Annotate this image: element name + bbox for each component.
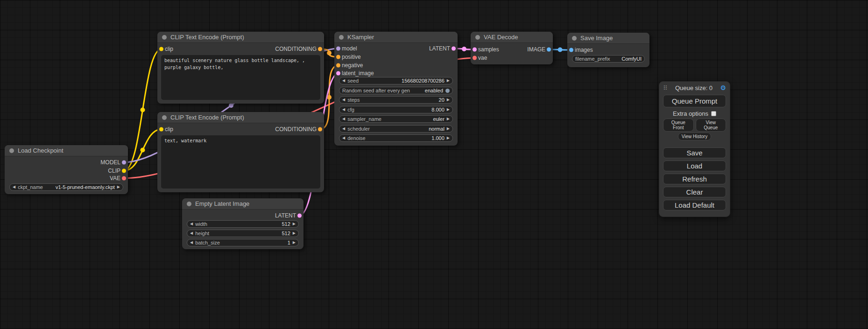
- node-clip-text-encode-negative[interactable]: CLIP Text Encode (Prompt) clip CONDITION…: [157, 112, 324, 192]
- widget-height[interactable]: ◀ height 512 ▶: [187, 230, 299, 237]
- node-load-checkpoint[interactable]: Load Checkpoint MODEL CLIP VAE ◀ ckpt_na…: [5, 145, 128, 194]
- widget-ckpt-name[interactable]: ◀ ckpt_name v1-5-pruned-emaonly.ckpt ▶: [9, 183, 123, 191]
- increment-arrow-icon[interactable]: ▶: [293, 231, 296, 235]
- input-dot-model[interactable]: [336, 47, 340, 51]
- widget-name: width: [195, 222, 207, 227]
- node-ksampler[interactable]: KSampler model LATENT positive negative …: [334, 32, 458, 146]
- input-dot-negative[interactable]: [336, 63, 340, 68]
- queue-front-button[interactable]: Queue Front: [663, 119, 694, 132]
- widget-value: ComfyUI: [621, 56, 642, 62]
- load-button[interactable]: Load: [663, 161, 726, 171]
- collapse-dot-icon[interactable]: [339, 35, 344, 40]
- increment-arrow-icon[interactable]: ▶: [117, 185, 120, 189]
- decrement-arrow-icon[interactable]: ◀: [342, 98, 345, 102]
- queue-prompt-button[interactable]: Queue Prompt: [663, 95, 726, 107]
- decrement-arrow-icon[interactable]: ◀: [190, 231, 193, 235]
- collapse-dot-icon[interactable]: [9, 148, 14, 153]
- input-label-positive: positive: [342, 54, 361, 60]
- queue-panel-header: ⠿ Queue size: 0 ⚙: [659, 82, 730, 93]
- widget-name: steps: [347, 98, 360, 103]
- output-label-vae: VAE: [110, 175, 120, 182]
- output-dot-latent[interactable]: [297, 214, 302, 218]
- output-dot-latent[interactable]: [452, 47, 456, 51]
- node-clip-text-encode-positive[interactable]: CLIP Text Encode (Prompt) clip CONDITION…: [157, 32, 324, 104]
- widget-filename-prefix[interactable]: filename_prefix ComfyUI: [572, 55, 645, 63]
- widget-cfg[interactable]: ◀ cfg 8.000 ▶: [339, 106, 453, 113]
- collapse-dot-icon[interactable]: [162, 115, 167, 120]
- output-dot-conditioning[interactable]: [318, 47, 322, 51]
- increment-arrow-icon[interactable]: ▶: [447, 117, 450, 121]
- settings-gear-icon[interactable]: ⚙: [720, 84, 726, 91]
- refresh-button[interactable]: Refresh: [663, 174, 726, 184]
- input-label-clip: clip: [165, 126, 173, 133]
- widget-denoise[interactable]: ◀ denoise 1.000 ▶: [339, 134, 453, 142]
- widget-scheduler[interactable]: ◀ scheduler normal ▶: [339, 125, 453, 133]
- input-dot-clip[interactable]: [159, 127, 163, 132]
- widget-batch-size[interactable]: ◀ batch_size 1 ▶: [187, 239, 299, 246]
- decrement-arrow-icon[interactable]: ◀: [190, 222, 193, 226]
- toggle-knob-icon[interactable]: [445, 89, 450, 93]
- input-dot-vae[interactable]: [473, 56, 477, 60]
- increment-arrow-icon[interactable]: ▶: [293, 241, 296, 245]
- collapse-dot-icon[interactable]: [475, 35, 480, 40]
- output-dot-vae[interactable]: [122, 176, 126, 181]
- output-dot-clip[interactable]: [122, 169, 126, 173]
- widget-name: Random seed after every gen: [342, 88, 410, 93]
- node-title-bar[interactable]: Save Image: [567, 33, 649, 44]
- increment-arrow-icon[interactable]: ▶: [447, 127, 450, 131]
- input-dot-clip[interactable]: [159, 47, 163, 51]
- decrement-arrow-icon[interactable]: ◀: [190, 241, 193, 245]
- view-queue-button[interactable]: View Queue: [696, 119, 727, 132]
- increment-arrow-icon[interactable]: ▶: [447, 98, 450, 102]
- input-dot-images[interactable]: [569, 48, 573, 52]
- node-title-bar[interactable]: CLIP Text Encode (Prompt): [157, 32, 324, 43]
- node-title-bar[interactable]: VAE Decode: [471, 32, 553, 43]
- decrement-arrow-icon[interactable]: ◀: [342, 108, 345, 112]
- increment-arrow-icon[interactable]: ▶: [447, 136, 450, 140]
- node-empty-latent-image[interactable]: Empty Latent Image LATENT ◀ width 512 ▶ …: [182, 198, 303, 249]
- output-dot-image[interactable]: [547, 48, 551, 52]
- node-title-bar[interactable]: Empty Latent Image: [182, 198, 303, 210]
- node-title-bar[interactable]: Load Checkpoint: [5, 145, 128, 156]
- input-dot-latent-image[interactable]: [336, 71, 340, 76]
- node-title: CLIP Text Encode (Prompt): [170, 114, 244, 121]
- output-dot-conditioning[interactable]: [318, 127, 322, 132]
- drag-handle-icon[interactable]: ⠿: [663, 84, 668, 91]
- decrement-arrow-icon[interactable]: ◀: [13, 185, 15, 189]
- output-dot-model[interactable]: [122, 161, 126, 165]
- output-label-latent: LATENT: [275, 212, 296, 219]
- decrement-arrow-icon[interactable]: ◀: [342, 79, 345, 83]
- increment-arrow-icon[interactable]: ▶: [447, 108, 450, 112]
- node-title-bar[interactable]: CLIP Text Encode (Prompt): [157, 112, 324, 123]
- queue-size-label: Queue size: 0: [675, 84, 713, 91]
- clear-button[interactable]: Clear: [663, 187, 726, 197]
- save-button[interactable]: Save: [663, 147, 726, 158]
- widget-steps[interactable]: ◀ steps 20 ▶: [339, 96, 453, 104]
- node-vae-decode[interactable]: VAE Decode samples IMAGE vae: [471, 32, 553, 64]
- widget-seed[interactable]: ◀ seed 156680208700286 ▶: [339, 77, 453, 84]
- collapse-dot-icon[interactable]: [187, 202, 191, 206]
- node-title-bar[interactable]: KSampler: [334, 32, 458, 43]
- decrement-arrow-icon[interactable]: ◀: [342, 136, 345, 140]
- prompt-textarea[interactable]: text, watermark: [161, 135, 320, 189]
- widget-sampler-name[interactable]: ◀ sampler_name euler ▶: [339, 115, 453, 123]
- input-dot-positive[interactable]: [336, 55, 340, 59]
- view-history-button[interactable]: View History: [678, 133, 711, 140]
- slot-row: LATENT: [182, 211, 303, 220]
- output-label-clip: CLIP: [108, 168, 120, 174]
- collapse-dot-icon[interactable]: [572, 36, 577, 41]
- decrement-arrow-icon[interactable]: ◀: [342, 127, 345, 131]
- widget-width[interactable]: ◀ width 512 ▶: [187, 220, 299, 228]
- collapse-dot-icon[interactable]: [162, 35, 167, 40]
- node-save-image[interactable]: Save Image images filename_prefix ComfyU…: [567, 33, 649, 67]
- node-graph-canvas[interactable]: Load Checkpoint MODEL CLIP VAE ◀ ckpt_na…: [0, 0, 868, 329]
- increment-arrow-icon[interactable]: ▶: [293, 222, 296, 226]
- node-title: Save Image: [580, 35, 613, 42]
- load-default-button[interactable]: Load Default: [663, 200, 726, 210]
- increment-arrow-icon[interactable]: ▶: [447, 79, 450, 83]
- prompt-textarea[interactable]: beautiful scenery nature glass bottle la…: [161, 55, 320, 100]
- widget-random-seed-toggle[interactable]: Random seed after every gen enabled: [339, 87, 453, 94]
- decrement-arrow-icon[interactable]: ◀: [342, 117, 345, 121]
- input-dot-samples[interactable]: [473, 48, 477, 52]
- extra-options-checkbox[interactable]: [711, 111, 716, 116]
